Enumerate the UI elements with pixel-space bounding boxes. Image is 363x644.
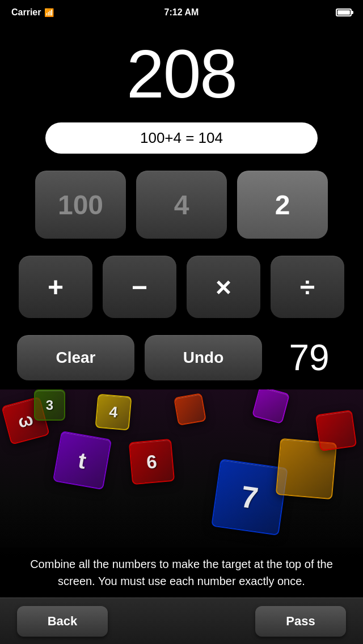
instruction-text: Combine all the numbers to make the targ… <box>0 548 363 598</box>
equation-bar: 100+4 = 104 <box>45 122 318 154</box>
cube-9 <box>315 410 357 451</box>
cube-scene: ωt6734 <box>0 389 363 565</box>
operator-row: + − × ÷ <box>0 250 363 324</box>
remaining-number: 79 <box>272 337 346 379</box>
multiply-operator-button[interactable]: × <box>187 256 260 318</box>
bottom-nav: Back Pass <box>0 598 363 644</box>
number-tile-1[interactable]: 4 <box>136 171 227 239</box>
add-operator-button[interactable]: + <box>19 256 92 318</box>
carrier-label: Carrier <box>11 7 41 18</box>
status-bar: Carrier 📶 7:12 AM <box>0 0 363 25</box>
action-row: Clear Undo 79 <box>0 329 363 386</box>
wifi-icon: 📶 <box>44 8 54 17</box>
cube-7 <box>252 389 290 424</box>
number-tiles: 100 4 2 <box>0 165 363 244</box>
back-button[interactable]: Back <box>17 606 108 637</box>
cube-2: 6 <box>129 439 175 485</box>
battery-icon <box>336 9 352 16</box>
status-time: 7:12 AM <box>164 7 199 18</box>
cube-1: t <box>53 431 112 490</box>
cube-6 <box>174 393 206 426</box>
cube-5: 3 <box>34 389 65 421</box>
status-carrier: Carrier 📶 <box>11 7 54 18</box>
battery-fill <box>337 10 350 15</box>
clear-button[interactable]: Clear <box>17 335 134 380</box>
undo-button[interactable]: Undo <box>145 335 262 380</box>
status-battery <box>336 9 352 16</box>
number-tile-0[interactable]: 100 <box>35 171 126 239</box>
subtract-operator-button[interactable]: − <box>103 256 176 318</box>
cube-3: 7 <box>211 459 288 536</box>
divide-operator-button[interactable]: ÷ <box>271 256 344 318</box>
pass-button[interactable]: Pass <box>255 606 346 637</box>
target-number: 208 <box>0 25 363 117</box>
number-tile-2[interactable]: 2 <box>237 171 328 239</box>
cube-8: 4 <box>95 393 132 430</box>
